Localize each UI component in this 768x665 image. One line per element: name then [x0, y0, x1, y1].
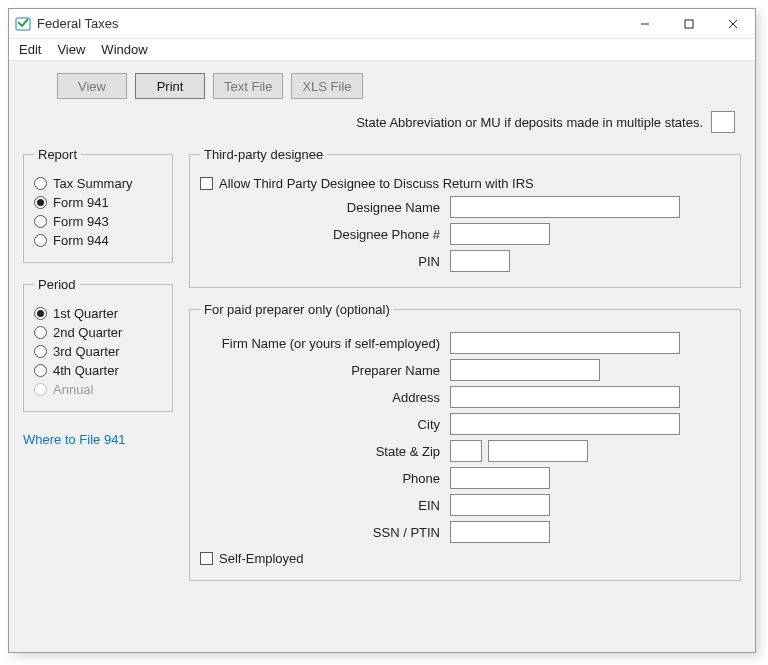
- radio-icon: [34, 177, 47, 190]
- window-controls: [623, 9, 755, 39]
- city-input[interactable]: [450, 413, 680, 435]
- radio-q1[interactable]: 1st Quarter: [34, 306, 162, 321]
- svg-rect-2: [685, 20, 693, 28]
- radio-label: 3rd Quarter: [53, 344, 119, 359]
- minimize-button[interactable]: [623, 9, 667, 39]
- firm-name-label: Firm Name (or yours if self-employed): [200, 336, 450, 351]
- radio-label: Form 944: [53, 233, 109, 248]
- radio-icon: [34, 326, 47, 339]
- checkbox-label: Self-Employed: [219, 551, 304, 566]
- radio-icon: [34, 196, 47, 209]
- maximize-icon: [684, 19, 694, 29]
- designee-name-label: Designee Name: [200, 200, 450, 215]
- city-label: City: [200, 417, 450, 432]
- radio-tax-summary[interactable]: Tax Summary: [34, 176, 162, 191]
- radio-q2[interactable]: 2nd Quarter: [34, 325, 162, 340]
- designee-phone-input[interactable]: [450, 223, 550, 245]
- app-window: Federal Taxes Edit View Window View Prin…: [8, 8, 756, 653]
- left-column: Report Tax Summary Form 941 Form 943: [23, 147, 173, 595]
- designee-legend: Third-party designee: [200, 147, 327, 162]
- app-icon: [15, 16, 31, 32]
- radio-icon: [34, 307, 47, 320]
- checkbox-icon: [200, 177, 213, 190]
- preparer-name-input[interactable]: [450, 359, 600, 381]
- print-button[interactable]: Print: [135, 73, 205, 99]
- allow-designee-checkbox[interactable]: Allow Third Party Designee to Discuss Re…: [200, 176, 730, 191]
- view-button[interactable]: View: [57, 73, 127, 99]
- radio-annual: Annual: [34, 382, 162, 397]
- preparer-group: For paid preparer only (optional) Firm N…: [189, 302, 741, 581]
- checkbox-label: Allow Third Party Designee to Discuss Re…: [219, 176, 534, 191]
- address-input[interactable]: [450, 386, 680, 408]
- radio-q4[interactable]: 4th Quarter: [34, 363, 162, 378]
- designee-group: Third-party designee Allow Third Party D…: [189, 147, 741, 288]
- ein-input[interactable]: [450, 494, 550, 516]
- ssn-ptin-input[interactable]: [450, 521, 550, 543]
- state-input[interactable]: [450, 440, 482, 462]
- state-abbrev-label: State Abbreviation or MU if deposits mad…: [356, 115, 703, 130]
- phone-label: Phone: [200, 471, 450, 486]
- menu-edit[interactable]: Edit: [11, 40, 49, 59]
- ein-label: EIN: [200, 498, 450, 513]
- radio-form-943[interactable]: Form 943: [34, 214, 162, 229]
- close-button[interactable]: [711, 9, 755, 39]
- report-group: Report Tax Summary Form 941 Form 943: [23, 147, 173, 263]
- phone-input[interactable]: [450, 467, 550, 489]
- radio-icon: [34, 215, 47, 228]
- period-legend: Period: [34, 277, 80, 292]
- radio-label: 1st Quarter: [53, 306, 118, 321]
- zip-input[interactable]: [488, 440, 588, 462]
- checkbox-icon: [200, 552, 213, 565]
- titlebar: Federal Taxes: [9, 9, 755, 39]
- designee-name-input[interactable]: [450, 196, 680, 218]
- ssn-ptin-label: SSN / PTIN: [200, 525, 450, 540]
- textfile-button[interactable]: Text File: [213, 73, 283, 99]
- close-icon: [728, 19, 738, 29]
- preparer-name-label: Preparer Name: [200, 363, 450, 378]
- menu-view[interactable]: View: [49, 40, 93, 59]
- radio-label: Tax Summary: [53, 176, 132, 191]
- radio-q3[interactable]: 3rd Quarter: [34, 344, 162, 359]
- firm-name-input[interactable]: [450, 332, 680, 354]
- preparer-legend: For paid preparer only (optional): [200, 302, 394, 317]
- state-abbrev-row: State Abbreviation or MU if deposits mad…: [23, 111, 741, 133]
- radio-icon: [34, 234, 47, 247]
- radio-label: 4th Quarter: [53, 363, 119, 378]
- radio-label: Form 941: [53, 195, 109, 210]
- designee-phone-label: Designee Phone #: [200, 227, 450, 242]
- radio-label: Form 943: [53, 214, 109, 229]
- toolbar: View Print Text File XLS File: [23, 73, 741, 99]
- right-column: Third-party designee Allow Third Party D…: [189, 147, 741, 595]
- designee-pin-label: PIN: [200, 254, 450, 269]
- address-label: Address: [200, 390, 450, 405]
- state-abbrev-input[interactable]: [711, 111, 735, 133]
- menu-window[interactable]: Window: [93, 40, 155, 59]
- self-employed-checkbox[interactable]: Self-Employed: [200, 551, 730, 566]
- radio-icon: [34, 345, 47, 358]
- period-group: Period 1st Quarter 2nd Quarter 3rd Quart…: [23, 277, 173, 412]
- xlsfile-button[interactable]: XLS File: [291, 73, 362, 99]
- radio-label: Annual: [53, 382, 93, 397]
- report-legend: Report: [34, 147, 81, 162]
- maximize-button[interactable]: [667, 9, 711, 39]
- radio-icon: [34, 383, 47, 396]
- where-to-file-link[interactable]: Where to File 941: [23, 432, 126, 447]
- radio-label: 2nd Quarter: [53, 325, 122, 340]
- designee-pin-input[interactable]: [450, 250, 510, 272]
- client-area: View Print Text File XLS File State Abbr…: [9, 61, 755, 652]
- menubar: Edit View Window: [9, 39, 755, 61]
- state-zip-label: State & Zip: [200, 444, 450, 459]
- radio-form-941[interactable]: Form 941: [34, 195, 162, 210]
- window-title: Federal Taxes: [37, 16, 623, 31]
- radio-form-944[interactable]: Form 944: [34, 233, 162, 248]
- minimize-icon: [640, 19, 650, 29]
- radio-icon: [34, 364, 47, 377]
